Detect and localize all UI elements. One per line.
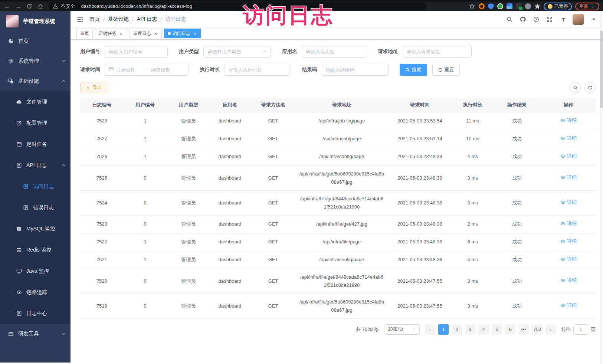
back-icon[interactable]: ← — [4, 3, 10, 10]
search-button[interactable]: 搜索 — [400, 64, 427, 76]
user-type-select[interactable] — [203, 46, 271, 58]
url-text[interactable]: dashboard.yudao.iocoder.cn/infra/log/api… — [81, 4, 192, 9]
detail-link[interactable]: 详细 — [560, 301, 577, 309]
sidebar-item-mysql[interactable]: MySQL 监控 — [0, 218, 71, 239]
sidebar-item-java[interactable]: Java 监控 — [0, 260, 71, 282]
reset-button[interactable]: 重置 — [432, 64, 460, 76]
column-header: 日志编号 — [80, 98, 124, 112]
home-icon[interactable] — [37, 3, 44, 10]
caret-down-icon[interactable] — [590, 16, 597, 23]
user-type-field[interactable] — [207, 49, 260, 55]
page-size-select[interactable]: 10条/页 — [384, 324, 420, 335]
extension-shield-icon[interactable] — [488, 3, 494, 9]
request-url-input[interactable] — [403, 46, 472, 58]
reload-icon[interactable] — [26, 3, 33, 10]
detail-link[interactable]: 详细 — [560, 220, 577, 228]
duration-input[interactable] — [224, 64, 291, 76]
sidebar-item-trace[interactable]: 链路追踪 — [0, 282, 71, 303]
start-date-field[interactable] — [116, 67, 141, 73]
tab-access-log[interactable]: 访问日志× — [164, 29, 201, 38]
access-log-table: 日志编号用户编号用户类型应用名请求方法名请求地址请求时间执行时长操作结果操作 7… — [80, 98, 596, 319]
duration-field[interactable] — [228, 67, 287, 73]
goto-page-input[interactable] — [573, 324, 588, 335]
page-2[interactable]: 2 — [452, 324, 462, 335]
app-name-field[interactable] — [306, 49, 363, 55]
page-3[interactable]: 3 — [465, 324, 475, 335]
cell-user-type: 管理员 — [167, 233, 210, 251]
detail-link[interactable]: 详细 — [560, 237, 577, 246]
scrollbar-thumb[interactable] — [600, 30, 603, 108]
result-code-field[interactable] — [326, 67, 384, 73]
fullscreen-icon[interactable] — [546, 16, 553, 23]
request-url-field[interactable] — [407, 49, 468, 55]
bookmark-star-icon[interactable] — [469, 3, 475, 10]
close-icon[interactable]: × — [118, 31, 124, 36]
user-id-field[interactable] — [109, 49, 164, 55]
breadcrumb-item[interactable]: 首页 — [89, 16, 100, 23]
detail-link[interactable]: 详细 — [560, 173, 577, 181]
sidebar-item-file[interactable]: 文件管理 — [0, 91, 71, 112]
detail-link[interactable]: 详细 — [560, 134, 577, 142]
sidebar-item-redis[interactable]: Redis 监控 — [0, 239, 71, 260]
extension-translate-icon[interactable] — [516, 3, 522, 9]
tab-job[interactable]: 定时任务× — [95, 29, 127, 38]
sidebar-item-error-log[interactable]: 错误日志 — [0, 197, 71, 218]
sidebar-item-dev-tools[interactable]: 研发工具 — [0, 324, 71, 344]
toggle-search-button[interactable] — [570, 82, 581, 93]
refresh-table-button[interactable] — [584, 82, 596, 93]
font-size-icon[interactable]: TT — [559, 16, 566, 23]
date-range-picker[interactable]: - — [105, 64, 189, 76]
sidebar-item-system[interactable]: 系统管理 — [0, 51, 71, 71]
browser-menu-icon[interactable] — [591, 3, 595, 10]
end-date-field[interactable] — [151, 67, 176, 73]
export-button[interactable]: 导出 — [80, 82, 107, 93]
sidebar-item-config[interactable]: 配置管理 — [0, 112, 71, 134]
page-6[interactable]: 6 — [505, 324, 515, 335]
sidebar-item-access-log[interactable]: 访问日志 — [0, 176, 71, 197]
github-icon[interactable] — [519, 16, 526, 23]
address-bar[interactable]: 不安全 dashboard.yudao.iocoder.cn/infra/log… — [48, 2, 427, 10]
sidebar-item-job[interactable]: 定时任务 — [0, 134, 71, 155]
help-icon[interactable] — [532, 16, 540, 23]
sidebar-item-log-center[interactable]: 日志中心 — [0, 303, 71, 324]
page-753[interactable]: 753 — [532, 324, 543, 335]
detail-link[interactable]: 详细 — [560, 255, 577, 263]
page-scrollbar[interactable] — [600, 11, 603, 364]
update-button[interactable]: 更新 — [575, 3, 599, 10]
extension-icon[interactable] — [497, 3, 503, 9]
hamburger-icon[interactable] — [76, 16, 84, 23]
user-avatar[interactable] — [573, 14, 584, 25]
sidebar-item-home[interactable]: 首页 — [0, 31, 71, 51]
detail-link[interactable]: 详细 — [560, 117, 577, 125]
next-page-button[interactable]: › — [545, 324, 556, 335]
tab-job-log[interactable]: 调度日志× — [130, 29, 162, 38]
search-icon[interactable] — [506, 16, 513, 23]
detail-link[interactable]: 详细 — [560, 152, 577, 160]
breadcrumb-separator: / — [103, 16, 105, 22]
extension-icon[interactable] — [479, 3, 485, 9]
user-id-input[interactable] — [105, 46, 168, 58]
security-label[interactable]: 不安全 — [61, 3, 75, 10]
page-more[interactable]: ••• — [518, 324, 529, 335]
breadcrumb-item[interactable]: 基础设施 — [108, 16, 129, 23]
paused-badge[interactable]: 已暂停 — [544, 3, 572, 10]
prev-page-button[interactable]: ‹ — [425, 324, 435, 335]
sidebar-item-infra[interactable]: 基础设施 — [0, 71, 71, 91]
page-4[interactable]: 4 — [478, 324, 489, 335]
extension-icon[interactable] — [525, 3, 531, 9]
extensions-puzzle-icon[interactable] — [534, 3, 540, 9]
sidebar-item-api-log[interactable]: API 日志 — [0, 155, 71, 176]
extension-icon[interactable] — [507, 3, 512, 9]
forward-icon[interactable]: → — [15, 3, 22, 10]
close-icon[interactable]: × — [153, 31, 158, 36]
app-logo[interactable]: 芋道管理系统 — [0, 11, 71, 31]
page-5[interactable]: 5 — [492, 324, 502, 335]
detail-link[interactable]: 详细 — [560, 198, 577, 206]
close-icon[interactable]: × — [192, 31, 197, 36]
result-code-input[interactable] — [322, 64, 389, 76]
app-name-input[interactable] — [302, 46, 367, 58]
tab-home[interactable]: 首页 — [76, 29, 93, 38]
detail-link[interactable]: 详细 — [560, 276, 577, 285]
breadcrumb-item[interactable]: API 日志 — [137, 16, 157, 23]
page-1[interactable]: 1 — [438, 324, 449, 335]
